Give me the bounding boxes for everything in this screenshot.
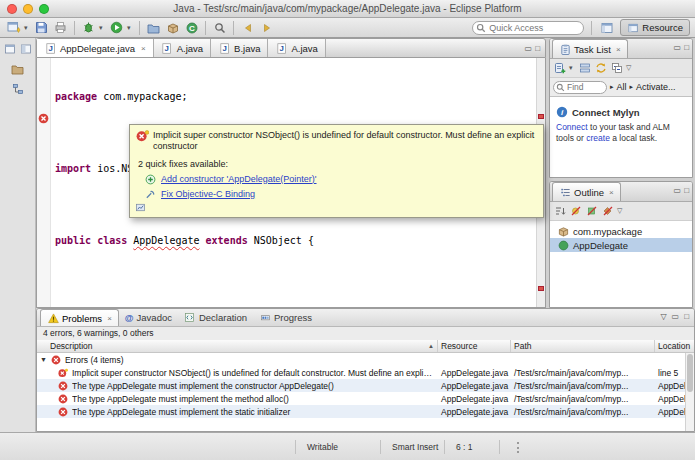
cell-path: /Test/src/main/java/com/myp...: [511, 407, 655, 417]
new-class-icon[interactable]: C: [183, 20, 200, 36]
expander-icon[interactable]: ▼: [40, 356, 47, 363]
package-explorer-icon[interactable]: [11, 62, 24, 75]
open-perspective-icon[interactable]: [599, 20, 616, 36]
new-task-dropdown-icon[interactable]: ▾: [569, 64, 576, 72]
new-task-icon[interactable]: [553, 60, 567, 76]
task-list-view-menu-icon[interactable]: ▽: [626, 64, 633, 72]
declaration-icon: [184, 312, 196, 324]
connect-link[interactable]: Connect: [556, 122, 588, 132]
svg-text:J: J: [165, 44, 169, 53]
hide-non-public-icon[interactable]: [601, 203, 615, 219]
tab-javadoc[interactable]: @ Javadoc: [119, 309, 178, 326]
activate-arrow-icon[interactable]: ▸: [630, 83, 634, 91]
problems-scrollbar[interactable]: [685, 353, 694, 431]
outline-item-package[interactable]: com.mypackage: [550, 224, 692, 238]
maximize-view-icon[interactable]: □: [684, 43, 689, 52]
restore-editor-icon[interactable]: [3, 42, 16, 55]
outline-tab[interactable]: Outline ×: [552, 182, 621, 201]
problem-row[interactable]: The type AppDelegate must implement the …: [37, 392, 694, 405]
error-overview-mark[interactable]: [538, 114, 544, 119]
run-icon[interactable]: [108, 20, 125, 36]
restore-views-group: [0, 38, 35, 55]
minimize-view-icon[interactable]: ▭: [674, 43, 682, 52]
search-icon[interactable]: [211, 20, 228, 36]
task-list-tab[interactable]: Task List ×: [552, 39, 628, 58]
close-outline-icon[interactable]: ×: [609, 188, 614, 197]
hide-static-members-icon[interactable]: [585, 203, 599, 219]
all-filter-arrow-icon[interactable]: ▸: [610, 83, 614, 91]
column-resource[interactable]: Resource: [438, 340, 511, 352]
errors-group-row[interactable]: ▼ Errors (4 items): [37, 353, 694, 366]
outline-view-menu-icon[interactable]: ▽: [617, 207, 624, 215]
scrollbar-thumb[interactable]: [687, 354, 693, 392]
toolbar-right-group: Resource: [472, 19, 690, 36]
all-filter-label[interactable]: All: [617, 82, 627, 92]
window-minimize-button[interactable]: [23, 4, 33, 14]
tab-problems[interactable]: Problems ×: [40, 309, 119, 326]
debug-dropdown-icon[interactable]: ▾: [99, 24, 106, 32]
maximize-editor-icon[interactable]: □: [535, 44, 540, 53]
resource-perspective-button[interactable]: Resource: [620, 19, 690, 36]
fix-objc-binding-link[interactable]: Fix Objective-C Binding: [161, 189, 255, 200]
minimize-problems-icon[interactable]: ▭: [672, 312, 680, 321]
window-close-button[interactable]: [7, 4, 17, 14]
activate-label[interactable]: Activate...: [636, 82, 676, 92]
maximize-outline-icon[interactable]: □: [684, 186, 689, 195]
new-package-icon[interactable]: [164, 20, 181, 36]
close-problems-icon[interactable]: ×: [107, 314, 112, 323]
tab-a2-java[interactable]: J A.java: [268, 39, 325, 57]
new-wizard-icon[interactable]: [5, 20, 22, 36]
java-file-icon: J: [275, 42, 287, 54]
restore-view-icon[interactable]: [19, 42, 32, 55]
problems-view-menu-icon[interactable]: ▽: [660, 312, 666, 321]
resource-perspective-label: Resource: [642, 22, 683, 33]
tab-a-java[interactable]: J A.java: [154, 39, 211, 57]
categorize-icon[interactable]: [578, 60, 592, 76]
add-constructor-fix-link[interactable]: Add constructor 'AppDelegate(Pointer)': [161, 174, 317, 185]
close-tab-icon[interactable]: ×: [141, 44, 146, 53]
tab-label: A.java: [291, 43, 317, 54]
class-name-with-error[interactable]: AppDelegate: [133, 235, 199, 246]
problem-description: Implicit super constructor NSObject() is…: [72, 368, 435, 378]
collapse-all-icon[interactable]: [610, 60, 624, 76]
save-icon[interactable]: [33, 20, 50, 36]
debug-icon[interactable]: [80, 20, 97, 36]
maximize-problems-icon[interactable]: □: [684, 312, 689, 321]
code-editor[interactable]: package com.mypackage; import ios.NSObje…: [36, 58, 546, 308]
run-dropdown-icon[interactable]: ▾: [127, 24, 134, 32]
mylyn-text-2: a local task.: [610, 133, 657, 143]
problem-row[interactable]: The type AppDelegate must implement the …: [37, 405, 694, 418]
minimize-editor-icon[interactable]: ▭: [525, 44, 533, 53]
print-icon[interactable]: [52, 20, 69, 36]
new-java-project-icon[interactable]: [145, 20, 162, 36]
error-marker-icon[interactable]: [38, 113, 50, 125]
problem-row[interactable]: The type AppDelegate must implement the …: [37, 379, 694, 392]
column-label: Description: [50, 341, 93, 351]
type-hierarchy-icon[interactable]: [11, 82, 24, 95]
column-location[interactable]: Location: [655, 340, 694, 352]
tab-progress[interactable]: Progress: [253, 309, 318, 326]
window-zoom-button[interactable]: [39, 4, 49, 14]
svg-text:C: C: [189, 23, 195, 32]
create-task-link[interactable]: create: [586, 133, 610, 143]
close-task-list-icon[interactable]: ×: [616, 45, 621, 54]
drag-handle[interactable]: [517, 442, 520, 453]
back-icon[interactable]: [239, 20, 256, 36]
synchronize-icon[interactable]: [594, 60, 608, 76]
forward-icon[interactable]: [258, 20, 275, 36]
error-overview-mark[interactable]: [538, 286, 544, 291]
tab-b-java[interactable]: J B.java: [211, 39, 268, 57]
column-path[interactable]: Path: [511, 340, 655, 352]
outline-item-class[interactable]: AppDelegate: [550, 238, 692, 252]
sort-icon[interactable]: [553, 203, 567, 219]
minimize-outline-icon[interactable]: ▭: [674, 186, 682, 195]
tab-declaration[interactable]: Declaration: [178, 309, 253, 326]
hide-fields-icon[interactable]: [569, 203, 583, 219]
problem-row[interactable]: Implicit super constructor NSObject() is…: [37, 366, 694, 379]
new-wizard-dropdown-icon[interactable]: ▾: [24, 24, 31, 32]
annotation-preferences-icon[interactable]: [135, 202, 146, 213]
column-description[interactable]: Description▲: [37, 340, 438, 352]
tab-appdelegate-java[interactable]: J AppDelegate.java ×: [37, 39, 154, 57]
error-icon: [57, 393, 69, 405]
quick-access-input[interactable]: [472, 21, 584, 35]
